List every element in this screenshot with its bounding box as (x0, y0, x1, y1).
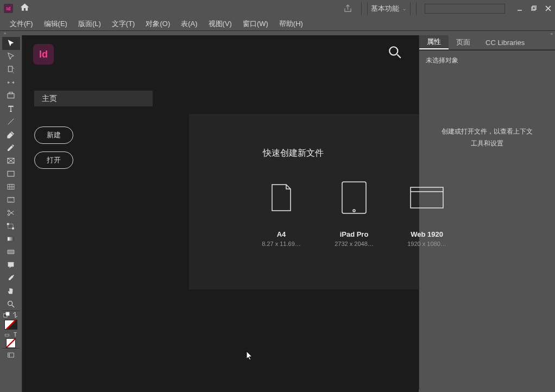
fill-stroke-swatch[interactable] (4, 320, 17, 330)
formatting-container-icon[interactable]: ▭ (3, 331, 10, 338)
svg-rect-38 (342, 182, 366, 213)
selection-tool[interactable] (2, 37, 20, 50)
type-tool[interactable] (2, 102, 20, 115)
svg-rect-32 (6, 312, 9, 315)
svg-rect-6 (8, 94, 14, 98)
menu-table[interactable]: 表(A) (175, 17, 203, 30)
free-transform-tool[interactable] (2, 219, 20, 232)
menu-type[interactable]: 文字(T) (106, 17, 141, 30)
maximize-button[interactable] (527, 3, 541, 15)
formatting-text-icon[interactable]: T (11, 331, 19, 338)
tab-pages[interactable]: 页面 (449, 35, 478, 49)
menu-file[interactable]: 文件(F) (4, 17, 39, 30)
quick-create-panel: 快速创建新文件 A4 8.27 x 11.69… iPad Pro 2732 x… (189, 114, 419, 289)
preset-a4[interactable]: A4 8.27 x 11.69… (260, 180, 303, 247)
preset-dims-label: 2732 x 2048… (335, 241, 374, 247)
app-icon: Id (4, 4, 13, 13)
browser-icon (409, 180, 444, 215)
preset-dims-label: 8.27 x 11.69… (262, 241, 301, 247)
svg-rect-23 (7, 223, 9, 225)
eyedropper-tool[interactable] (2, 271, 20, 284)
note-tool[interactable] (2, 258, 20, 271)
direct-selection-tool[interactable] (2, 50, 20, 63)
cursor-icon (246, 351, 254, 361)
hand-tool[interactable] (2, 284, 20, 298)
svg-line-8 (8, 119, 14, 125)
share-icon[interactable] (339, 1, 356, 17)
tablet-icon (337, 180, 371, 215)
svg-rect-2 (532, 6, 535, 9)
apply-none-swatch[interactable] (6, 338, 16, 348)
open-button[interactable]: 打开 (34, 151, 73, 169)
zoom-tool[interactable] (2, 298, 20, 311)
preset-name-label: iPad Pro (340, 230, 369, 238)
panel-collapse-right[interactable]: » (551, 31, 553, 36)
gradient-feather-tool[interactable] (2, 245, 20, 258)
svg-rect-1 (531, 7, 534, 10)
fill-stroke-default-icon[interactable] (3, 311, 10, 319)
menu-layout[interactable]: 版面(L) (73, 17, 106, 30)
preset-name-label: Web 1920 (411, 230, 443, 238)
ruler-tool[interactable] (2, 193, 20, 206)
home-icon[interactable] (20, 2, 30, 15)
presets-row: A4 8.27 x 11.69… iPad Pro 2732 x 2048… W… (260, 180, 449, 247)
preset-dims-label: 1920 x 1080… (407, 241, 446, 247)
svg-rect-28 (8, 262, 14, 267)
svg-rect-17 (8, 197, 14, 202)
svg-rect-7 (9, 92, 13, 94)
preset-name-label: A4 (277, 230, 286, 238)
preset-web-1920[interactable]: Web 1920 1920 x 1080… (405, 180, 449, 247)
menu-edit[interactable]: 编辑(E) (39, 17, 73, 30)
menu-window[interactable]: 窗口(W) (237, 17, 274, 30)
rectangle-tool[interactable] (2, 167, 20, 180)
pen-tool[interactable] (2, 128, 20, 141)
gap-tool[interactable] (2, 76, 20, 89)
menu-help[interactable]: 帮助(H) (274, 17, 308, 30)
preset-ipad-pro[interactable]: iPad Pro 2732 x 2048… (332, 180, 376, 247)
rectangle-frame-tool[interactable] (2, 154, 20, 167)
document-icon (264, 180, 299, 215)
svg-rect-24 (12, 227, 14, 229)
search-input[interactable] (425, 4, 505, 14)
svg-line-20 (9, 211, 14, 214)
tool-panel: ▭ T (0, 35, 22, 392)
tab-properties[interactable]: 属性 (419, 35, 449, 49)
titlebar: Id 基本功能 ⌄ (0, 0, 555, 17)
svg-line-30 (12, 305, 14, 307)
scissors-tool[interactable] (2, 206, 20, 219)
document-area: Id 主页 新建 打开 快速创建新文件 A4 8.27 x 11.69… (22, 35, 419, 392)
svg-line-37 (397, 54, 401, 58)
new-button[interactable]: 新建 (34, 127, 73, 144)
panel-collapse-left[interactable]: » (0, 31, 555, 35)
swap-fill-stroke-icon[interactable] (11, 311, 19, 319)
workspace-switcher[interactable]: 基本功能 ⌄ (367, 2, 411, 15)
indesign-badge: Id (33, 44, 54, 65)
home-page-tab[interactable]: 主页 (34, 91, 153, 106)
tab-cc-libraries[interactable]: CC Libraries (478, 35, 532, 49)
search-icon[interactable] (388, 45, 405, 62)
home-page-label: 主页 (42, 94, 57, 104)
svg-rect-5 (8, 66, 12, 72)
menu-object[interactable]: 对象(O) (140, 17, 175, 30)
svg-rect-25 (8, 237, 14, 241)
no-selection-label: 未选择对象 (426, 56, 548, 65)
panel-hint: 创建或打开文件，以查看上下文 工具和设置 (426, 126, 548, 149)
line-tool[interactable] (2, 115, 20, 128)
svg-point-36 (389, 47, 398, 55)
menu-view[interactable]: 视图(V) (203, 17, 237, 30)
minimize-button[interactable] (513, 3, 527, 15)
svg-point-29 (8, 301, 12, 306)
content-collector-tool[interactable] (2, 89, 20, 102)
quick-create-title: 快速创建新文件 (189, 148, 397, 159)
pencil-tool[interactable] (2, 141, 20, 154)
svg-point-39 (353, 210, 355, 212)
screen-mode-tool[interactable] (2, 349, 20, 362)
svg-line-21 (9, 211, 14, 214)
close-button[interactable] (541, 3, 555, 15)
menubar: 文件(F) 编辑(E) 版面(L) 文字(T) 对象(O) 表(A) 视图(V)… (0, 17, 555, 31)
grid-tool[interactable] (2, 180, 20, 193)
page-tool[interactable] (2, 63, 20, 76)
svg-rect-12 (8, 171, 14, 176)
gradient-swatch-tool[interactable] (2, 232, 20, 245)
chevron-down-icon: ⌄ (402, 6, 407, 11)
